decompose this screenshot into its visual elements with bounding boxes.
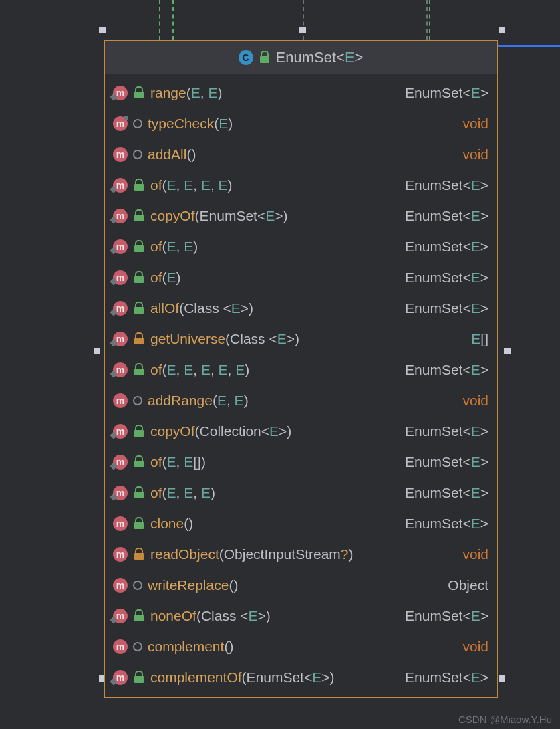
- method-row[interactable]: mwriteReplace()Object: [105, 570, 497, 601]
- lock-icon: [133, 671, 145, 684]
- method-row[interactable]: mrange(E, E)EnumSet<E>: [105, 78, 497, 108]
- method-icon: m: [113, 209, 128, 223]
- method-icon: m: [113, 455, 128, 470]
- method-signature: addAll(): [148, 146, 457, 163]
- return-type: EnumSet<E>: [405, 423, 488, 439]
- method-row[interactable]: maddAll()void: [105, 139, 497, 170]
- method-signature: getUniverse(Class <E>): [150, 331, 466, 347]
- method-row[interactable]: mcopyOf(EnumSet<E>)EnumSet<E>: [105, 201, 497, 231]
- method-row[interactable]: mreadObject(ObjectInputStream?)void: [105, 539, 497, 570]
- method-signature: of(E, E): [150, 239, 400, 255]
- method-signature: clone(): [150, 516, 400, 532]
- lock-icon: [133, 272, 145, 284]
- method-icon: m: [113, 547, 128, 562]
- package-visibility-icon: [133, 396, 142, 405]
- method-icon: m: [113, 178, 128, 193]
- return-type: void: [462, 546, 488, 562]
- method-signature: complement(): [148, 639, 457, 655]
- anchor-handle[interactable]: [499, 27, 505, 33]
- method-signature: addRange(E, E): [148, 393, 457, 409]
- method-signature: of(E, E[]): [150, 454, 400, 470]
- method-list: mrange(E, E)EnumSet<E>mtypeCheck(E)voidm…: [105, 74, 497, 697]
- return-type: EnumSet<E>: [405, 608, 488, 624]
- method-row[interactable]: mcopyOf(Collection<E>)EnumSet<E>: [105, 416, 497, 447]
- guide-line: [429, 0, 430, 40]
- method-icon: m: [113, 239, 128, 254]
- method-row[interactable]: mof(E, E, E)EnumSet<E>: [105, 478, 497, 508]
- return-type: E[]: [471, 331, 488, 347]
- return-type: EnumSet<E>: [405, 239, 488, 255]
- return-type: EnumSet<E>: [405, 270, 488, 286]
- method-icon: m: [113, 332, 128, 346]
- method-icon: m: [113, 609, 128, 623]
- return-type: EnumSet<E>: [405, 516, 488, 532]
- method-row[interactable]: mof(E)EnumSet<E>: [105, 262, 497, 293]
- method-row[interactable]: mclone()EnumSet<E>: [105, 508, 497, 539]
- return-type: void: [462, 639, 488, 655]
- method-signature: typeCheck(E): [148, 116, 457, 132]
- method-signature: copyOf(EnumSet<E>): [150, 208, 400, 224]
- lock-icon: [133, 548, 145, 560]
- lock-icon: [133, 179, 145, 191]
- method-signature: readObject(ObjectInputStream?): [150, 546, 457, 562]
- package-visibility-icon: [133, 581, 142, 590]
- return-type: EnumSet<E>: [405, 454, 488, 470]
- anchor-handle[interactable]: [504, 348, 511, 354]
- lock-icon: [133, 364, 145, 376]
- lock-icon: [133, 241, 145, 253]
- method-signature: range(E, E): [150, 85, 400, 101]
- method-row[interactable]: mof(E, E, E, E)EnumSet<E>: [105, 170, 497, 201]
- method-row[interactable]: mcomplementOf(EnumSet<E>)EnumSet<E>: [105, 662, 497, 693]
- method-icon: m: [113, 639, 128, 654]
- anchor-handle[interactable]: [94, 348, 100, 354]
- method-row[interactable]: mallOf(Class <E>)EnumSet<E>: [105, 293, 497, 324]
- class-structure-box[interactable]: C EnumSet<E> mrange(E, E)EnumSet<E>mtype…: [104, 40, 498, 698]
- lock-icon: [133, 87, 145, 99]
- method-icon: m: [113, 86, 128, 100]
- return-type: void: [462, 116, 488, 132]
- anchor-handle[interactable]: [299, 27, 306, 33]
- method-icon: m: [113, 578, 128, 593]
- guide-line: [303, 0, 304, 40]
- method-row[interactable]: mof(E, E[])EnumSet<E>: [105, 447, 497, 478]
- method-row[interactable]: mgetUniverse(Class <E>)E[]: [105, 324, 497, 354]
- return-type: void: [462, 393, 488, 409]
- method-row[interactable]: mof(E, E)EnumSet<E>: [105, 231, 497, 262]
- guide-line: [172, 0, 174, 40]
- method-signature: noneOf(Class <E>): [150, 608, 400, 624]
- anchor-handle[interactable]: [99, 27, 106, 33]
- lock-icon: [133, 487, 145, 499]
- class-icon: C: [239, 50, 253, 65]
- method-row[interactable]: mtypeCheck(E)void: [105, 108, 497, 139]
- method-icon: m: [113, 270, 128, 285]
- method-signature: of(E): [150, 270, 400, 286]
- package-visibility-icon: [133, 119, 142, 128]
- return-type: EnumSet<E>: [405, 85, 488, 101]
- return-type: void: [462, 146, 488, 163]
- method-icon: m: [113, 670, 128, 685]
- method-signature: of(E, E, E): [150, 485, 400, 501]
- method-signature: of(E, E, E, E): [150, 177, 400, 193]
- watermark: CSDN @Miaow.Y.Hu: [458, 714, 552, 725]
- method-row[interactable]: mnoneOf(Class <E>)EnumSet<E>: [105, 601, 497, 631]
- class-name: EnumSet: [276, 49, 337, 66]
- lock-icon: [133, 210, 145, 222]
- return-type: EnumSet<E>: [405, 362, 488, 378]
- package-visibility-icon: [133, 150, 142, 159]
- method-signature: writeReplace(): [148, 577, 442, 593]
- method-icon: m: [113, 116, 128, 131]
- return-type: EnumSet<E>: [405, 300, 488, 316]
- return-type: EnumSet<E>: [405, 177, 488, 193]
- method-signature: complementOf(EnumSet<E>): [150, 669, 400, 686]
- return-type: EnumSet<E>: [405, 485, 488, 501]
- class-header[interactable]: C EnumSet<E>: [105, 41, 497, 74]
- method-row[interactable]: maddRange(E, E)void: [105, 385, 497, 416]
- method-row[interactable]: mof(E, E, E, E, E)EnumSet<E>: [105, 354, 497, 385]
- method-icon: m: [113, 424, 128, 439]
- lock-icon: [133, 610, 145, 622]
- anchor-handle[interactable]: [499, 675, 505, 682]
- lock-icon: [133, 302, 145, 314]
- method-row[interactable]: mcomplement()void: [105, 631, 497, 662]
- method-signature: of(E, E, E, E, E): [150, 362, 400, 378]
- method-signature: copyOf(Collection<E>): [150, 423, 400, 439]
